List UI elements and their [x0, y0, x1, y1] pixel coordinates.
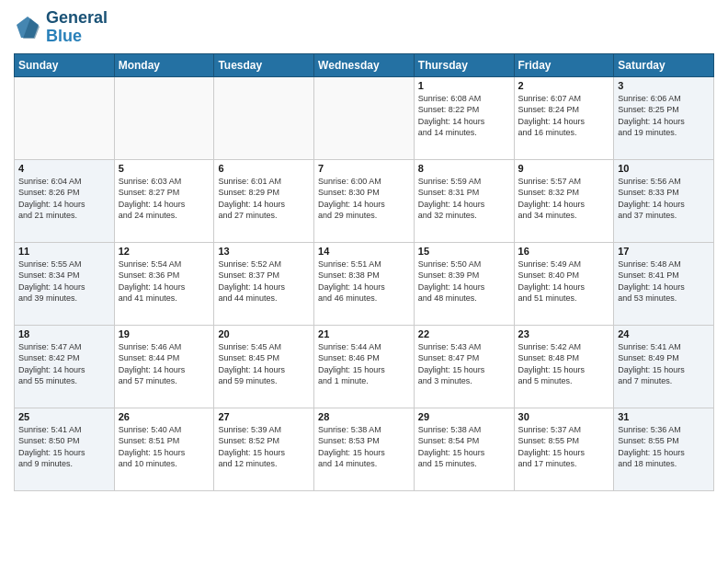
calendar-cell: 21Sunrise: 5:44 AM Sunset: 8:46 PM Dayli…: [314, 325, 415, 408]
calendar-row: 11Sunrise: 5:55 AM Sunset: 8:34 PM Dayli…: [15, 242, 714, 325]
day-info: Sunrise: 5:48 AM Sunset: 8:41 PM Dayligh…: [618, 259, 710, 304]
calendar-cell: 9Sunrise: 5:57 AM Sunset: 8:32 PM Daylig…: [514, 159, 614, 242]
day-number: 18: [18, 328, 110, 339]
calendar-cell: 3Sunrise: 6:06 AM Sunset: 8:25 PM Daylig…: [614, 76, 714, 159]
day-number: 15: [418, 246, 510, 257]
calendar-cell: 29Sunrise: 5:38 AM Sunset: 8:54 PM Dayli…: [414, 408, 514, 490]
day-info: Sunrise: 6:03 AM Sunset: 8:27 PM Dayligh…: [119, 176, 210, 222]
day-number: 19: [119, 328, 210, 339]
day-number: 1: [418, 80, 510, 91]
logo: General Blue: [14, 9, 108, 46]
calendar-cell: 12Sunrise: 5:54 AM Sunset: 8:36 PM Dayli…: [114, 242, 214, 325]
calendar-cell: 16Sunrise: 5:49 AM Sunset: 8:40 PM Dayli…: [514, 242, 614, 325]
day-number: 8: [418, 163, 510, 174]
calendar-row: 25Sunrise: 5:41 AM Sunset: 8:50 PM Dayli…: [15, 408, 714, 490]
calendar-cell: 2Sunrise: 6:07 AM Sunset: 8:24 PM Daylig…: [514, 76, 614, 159]
calendar-cell: 14Sunrise: 5:51 AM Sunset: 8:38 PM Dayli…: [314, 242, 415, 325]
calendar-cell: 22Sunrise: 5:43 AM Sunset: 8:47 PM Dayli…: [414, 325, 514, 408]
calendar-table: SundayMondayTuesdayWednesdayThursdayFrid…: [14, 53, 714, 491]
calendar-cell: [314, 76, 415, 159]
day-number: 26: [119, 411, 210, 422]
calendar-cell: 18Sunrise: 5:47 AM Sunset: 8:42 PM Dayli…: [15, 325, 115, 408]
day-number: 7: [318, 163, 410, 174]
day-info: Sunrise: 5:38 AM Sunset: 8:53 PM Dayligh…: [318, 424, 410, 470]
weekday-header: Sunday: [15, 53, 115, 76]
calendar-cell: [114, 76, 214, 159]
day-number: 31: [618, 411, 710, 422]
calendar-cell: 24Sunrise: 5:41 AM Sunset: 8:49 PM Dayli…: [614, 325, 714, 408]
day-info: Sunrise: 5:40 AM Sunset: 8:51 PM Dayligh…: [119, 424, 210, 470]
calendar-cell: [15, 76, 115, 159]
calendar-cell: 4Sunrise: 6:04 AM Sunset: 8:26 PM Daylig…: [15, 159, 115, 242]
day-info: Sunrise: 5:54 AM Sunset: 8:36 PM Dayligh…: [119, 259, 210, 304]
logo-text: General Blue: [46, 9, 108, 46]
day-number: 30: [518, 411, 610, 422]
calendar-header: SundayMondayTuesdayWednesdayThursdayFrid…: [15, 53, 714, 76]
day-info: Sunrise: 5:45 AM Sunset: 8:45 PM Dayligh…: [218, 341, 310, 387]
weekday-header: Tuesday: [214, 53, 314, 76]
calendar-row: 4Sunrise: 6:04 AM Sunset: 8:26 PM Daylig…: [15, 159, 714, 242]
calendar-cell: 20Sunrise: 5:45 AM Sunset: 8:45 PM Dayli…: [214, 325, 314, 408]
day-number: 13: [218, 246, 310, 257]
day-info: Sunrise: 6:07 AM Sunset: 8:24 PM Dayligh…: [518, 93, 610, 139]
day-number: 16: [518, 246, 610, 257]
calendar-cell: 11Sunrise: 5:55 AM Sunset: 8:34 PM Dayli…: [15, 242, 115, 325]
day-info: Sunrise: 5:59 AM Sunset: 8:31 PM Dayligh…: [418, 176, 510, 222]
calendar-cell: 19Sunrise: 5:46 AM Sunset: 8:44 PM Dayli…: [114, 325, 214, 408]
day-info: Sunrise: 5:44 AM Sunset: 8:46 PM Dayligh…: [318, 341, 410, 387]
day-info: Sunrise: 5:36 AM Sunset: 8:55 PM Dayligh…: [618, 424, 710, 470]
day-info: Sunrise: 5:37 AM Sunset: 8:55 PM Dayligh…: [518, 424, 610, 470]
day-number: 25: [18, 411, 110, 422]
calendar-cell: 6Sunrise: 6:01 AM Sunset: 8:29 PM Daylig…: [214, 159, 314, 242]
day-info: Sunrise: 6:08 AM Sunset: 8:22 PM Dayligh…: [418, 93, 510, 139]
day-info: Sunrise: 5:38 AM Sunset: 8:54 PM Dayligh…: [418, 424, 510, 470]
day-info: Sunrise: 5:41 AM Sunset: 8:49 PM Dayligh…: [618, 341, 710, 387]
day-info: Sunrise: 6:04 AM Sunset: 8:26 PM Dayligh…: [18, 176, 110, 222]
day-number: 27: [218, 411, 310, 422]
calendar-row: 18Sunrise: 5:47 AM Sunset: 8:42 PM Dayli…: [15, 325, 714, 408]
day-info: Sunrise: 5:50 AM Sunset: 8:39 PM Dayligh…: [418, 259, 510, 304]
day-number: 2: [518, 80, 610, 91]
day-info: Sunrise: 5:49 AM Sunset: 8:40 PM Dayligh…: [518, 259, 610, 304]
calendar-cell: 1Sunrise: 6:08 AM Sunset: 8:22 PM Daylig…: [414, 76, 514, 159]
day-number: 21: [318, 328, 410, 339]
day-number: 12: [119, 246, 210, 257]
weekday-header: Thursday: [414, 53, 514, 76]
calendar-cell: 15Sunrise: 5:50 AM Sunset: 8:39 PM Dayli…: [414, 242, 514, 325]
day-info: Sunrise: 5:39 AM Sunset: 8:52 PM Dayligh…: [218, 424, 310, 470]
day-info: Sunrise: 6:00 AM Sunset: 8:30 PM Dayligh…: [318, 176, 410, 222]
calendar-cell: 10Sunrise: 5:56 AM Sunset: 8:33 PM Dayli…: [614, 159, 714, 242]
calendar-cell: [214, 76, 314, 159]
day-number: 22: [418, 328, 510, 339]
day-number: 9: [518, 163, 610, 174]
day-info: Sunrise: 6:06 AM Sunset: 8:25 PM Dayligh…: [618, 93, 710, 139]
day-info: Sunrise: 5:55 AM Sunset: 8:34 PM Dayligh…: [18, 259, 110, 304]
day-info: Sunrise: 6:01 AM Sunset: 8:29 PM Dayligh…: [218, 176, 310, 222]
header-row: SundayMondayTuesdayWednesdayThursdayFrid…: [15, 53, 714, 76]
day-number: 4: [18, 163, 110, 174]
day-info: Sunrise: 5:51 AM Sunset: 8:38 PM Dayligh…: [318, 259, 410, 304]
calendar-cell: 26Sunrise: 5:40 AM Sunset: 8:51 PM Dayli…: [114, 408, 214, 490]
logo-icon: [14, 14, 41, 41]
day-number: 28: [318, 411, 410, 422]
calendar-body: 1Sunrise: 6:08 AM Sunset: 8:22 PM Daylig…: [15, 76, 714, 490]
calendar-row: 1Sunrise: 6:08 AM Sunset: 8:22 PM Daylig…: [15, 76, 714, 159]
page-header: General Blue: [14, 9, 714, 46]
weekday-header: Monday: [114, 53, 214, 76]
calendar-cell: 8Sunrise: 5:59 AM Sunset: 8:31 PM Daylig…: [414, 159, 514, 242]
day-info: Sunrise: 5:46 AM Sunset: 8:44 PM Dayligh…: [119, 341, 210, 387]
weekday-header: Wednesday: [314, 53, 415, 76]
day-info: Sunrise: 5:47 AM Sunset: 8:42 PM Dayligh…: [18, 341, 110, 387]
calendar-cell: 23Sunrise: 5:42 AM Sunset: 8:48 PM Dayli…: [514, 325, 614, 408]
day-number: 5: [119, 163, 210, 174]
day-number: 20: [218, 328, 310, 339]
day-info: Sunrise: 5:43 AM Sunset: 8:47 PM Dayligh…: [418, 341, 510, 387]
day-number: 3: [618, 80, 710, 91]
day-info: Sunrise: 5:42 AM Sunset: 8:48 PM Dayligh…: [518, 341, 610, 387]
weekday-header: Saturday: [614, 53, 714, 76]
calendar-cell: 27Sunrise: 5:39 AM Sunset: 8:52 PM Dayli…: [214, 408, 314, 490]
weekday-header: Friday: [514, 53, 614, 76]
day-number: 11: [18, 246, 110, 257]
day-number: 14: [318, 246, 410, 257]
calendar-cell: 7Sunrise: 6:00 AM Sunset: 8:30 PM Daylig…: [314, 159, 415, 242]
